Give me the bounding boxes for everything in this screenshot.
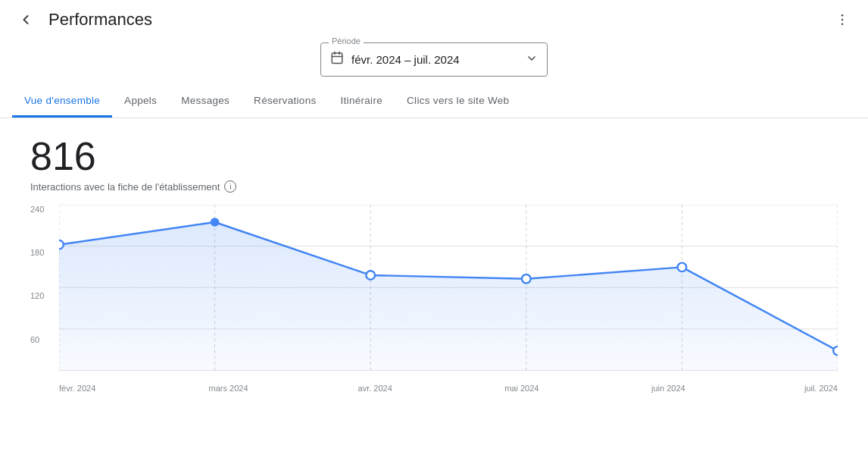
tab-itineraire[interactable]: Itinéraire bbox=[329, 86, 395, 118]
x-labels: févr. 2024 mars 2024 avr. 2024 mai 2024 … bbox=[59, 379, 838, 393]
tab-reservations[interactable]: Réservations bbox=[242, 86, 328, 118]
chart-svg bbox=[59, 205, 838, 379]
data-point-juin bbox=[678, 263, 687, 272]
period-field[interactable]: Période févr. 2024 – juil. 2024 bbox=[320, 42, 548, 77]
y-label-180: 180 bbox=[30, 248, 44, 257]
calendar-icon bbox=[330, 51, 344, 68]
period-label: Période bbox=[329, 36, 364, 45]
data-point-mars bbox=[211, 218, 219, 226]
y-label-120: 120 bbox=[30, 291, 44, 300]
chart-container: 240 180 120 60 bbox=[30, 205, 838, 393]
svg-point-1 bbox=[841, 19, 844, 21]
data-point-avr bbox=[366, 271, 375, 280]
header-left: Performances bbox=[12, 6, 152, 33]
page-title: Performances bbox=[48, 10, 152, 30]
info-icon[interactable]: i bbox=[224, 180, 236, 193]
x-label-mars: mars 2024 bbox=[206, 384, 251, 393]
period-value: févr. 2024 – juil. 2024 bbox=[351, 53, 518, 66]
y-label-60: 60 bbox=[30, 335, 39, 344]
data-point-juil bbox=[833, 347, 838, 356]
x-label-fevr: févr. 2024 bbox=[59, 384, 105, 393]
data-point-fevr bbox=[59, 240, 64, 249]
period-section: Période févr. 2024 – juil. 2024 bbox=[0, 36, 868, 86]
tab-clics-site[interactable]: Clics vers le site Web bbox=[395, 86, 521, 118]
tab-appels[interactable]: Appels bbox=[112, 86, 169, 118]
period-selector[interactable]: févr. 2024 – juil. 2024 bbox=[321, 43, 547, 76]
x-label-juil: juil. 2024 bbox=[792, 384, 838, 393]
tab-messages[interactable]: Messages bbox=[169, 86, 242, 118]
y-label-240: 240 bbox=[30, 205, 44, 214]
tab-vue-ensemble[interactable]: Vue d'ensemble bbox=[12, 86, 112, 118]
more-options-button[interactable] bbox=[829, 6, 856, 33]
page-header: Performances bbox=[0, 0, 868, 36]
svg-point-0 bbox=[841, 14, 844, 17]
x-label-mai: mai 2024 bbox=[499, 384, 545, 393]
subtitle-text: Interactions avec la fiche de l'établiss… bbox=[30, 181, 220, 193]
back-button[interactable] bbox=[12, 6, 39, 33]
svg-point-2 bbox=[841, 24, 844, 26]
data-point-mai bbox=[522, 274, 531, 284]
main-content: 816 Interactions avec la fiche de l'étab… bbox=[0, 118, 868, 393]
metric-subtitle: Interactions avec la fiche de l'établiss… bbox=[30, 180, 838, 193]
x-label-avr: avr. 2024 bbox=[352, 384, 398, 393]
metric-value: 816 bbox=[30, 136, 838, 176]
tabs-bar: Vue d'ensemble Appels Messages Réservati… bbox=[0, 86, 868, 118]
svg-marker-18 bbox=[59, 222, 838, 371]
svg-rect-3 bbox=[332, 53, 342, 64]
x-label-juin: juin 2024 bbox=[645, 384, 691, 393]
chevron-down-icon bbox=[526, 52, 538, 67]
